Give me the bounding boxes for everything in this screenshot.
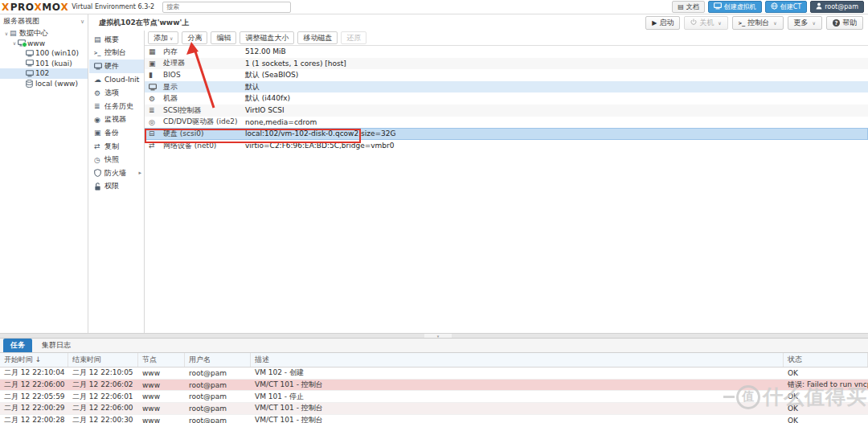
task-cell: www	[138, 392, 185, 400]
column-header-1[interactable]: 结束时间	[68, 353, 138, 367]
menu-item-概要[interactable]: ▤概要	[89, 33, 144, 47]
column-header-2[interactable]: 节点	[138, 353, 185, 367]
task-row[interactable]: 二月 12 22:00:29二月 12 22:06:00wwwroot@pamV…	[0, 403, 868, 415]
book-icon: ▤	[94, 35, 104, 43]
编辑-button[interactable]: 编辑	[211, 31, 236, 44]
column-header-0[interactable]: 开始时间 ↓	[0, 353, 68, 367]
hardware-toolbar: 添加∨分离编辑调整磁盘大小移动磁盘还原	[145, 31, 868, 46]
cdrom-icon: ◎	[149, 118, 163, 126]
view-selector-label: 服务器视图	[3, 16, 39, 27]
hardware-row[interactable]: ≣SCSI控制器VirtIO SCSI	[145, 105, 868, 117]
globe-icon	[771, 2, 778, 11]
button-label: 编辑	[216, 33, 231, 43]
scsi-icon: ≣	[149, 106, 163, 114]
menu-item-备份[interactable]: ▣备份	[89, 126, 144, 140]
task-row[interactable]: 二月 12 22:05:59二月 12 22:06:01wwwroot@pamV…	[0, 391, 868, 403]
splitter-handle-icon[interactable]: ▾	[424, 334, 452, 338]
调整磁盘大小-button[interactable]: 调整磁盘大小	[240, 31, 294, 44]
控制台-button[interactable]: >_控制台∨	[732, 16, 784, 30]
task-cell: VM 102 - 创建	[251, 368, 784, 378]
search-input[interactable]	[162, 2, 291, 13]
移动磁盘-button[interactable]: 移动磁盘	[297, 31, 338, 44]
clock-icon: ◷	[94, 156, 104, 164]
hardware-row-value: 默认 (SeaBIOS)	[245, 70, 868, 80]
menu-item-硬件[interactable]: 硬件	[89, 60, 144, 73]
arrows-icon: ⇄	[94, 142, 104, 150]
tree-item-local-www-[interactable]: local (www)	[0, 79, 88, 89]
create-ct-button[interactable]: 创建CT	[765, 1, 807, 13]
storage-icon	[26, 80, 35, 88]
view-selector[interactable]: 服务器视图 ∨	[0, 14, 88, 28]
menu-item-label: 选项	[104, 88, 119, 98]
shield-icon	[94, 169, 104, 177]
task-row[interactable]: 二月 12 22:06:00二月 12 22:06:02wwwroot@pamV…	[0, 380, 868, 392]
tree-item-102[interactable]: 102	[0, 68, 88, 79]
resource-tree-panel: 服务器视图 ∨ ∨▤数据中心∨www100 (win10)101 (kuai)1…	[0, 14, 88, 333]
menu-item-任务历史[interactable]: ≣任务历史	[89, 100, 144, 113]
添加-button[interactable]: 添加∨	[148, 31, 178, 44]
menu-item-监视器[interactable]: ◉监视器	[89, 113, 144, 127]
menu-item-label: 控制台	[104, 47, 126, 58]
tree-item-101-kuai-[interactable]: 101 (kuai)	[0, 59, 88, 69]
chevron-down-icon: ∨	[170, 35, 173, 41]
task-row[interactable]: 二月 12 22:10:04二月 12 22:10:05wwwroot@pamV…	[0, 368, 868, 380]
column-header-3[interactable]: 用户名	[185, 353, 251, 367]
power-icon	[690, 18, 697, 27]
chevron-down-icon: ∨	[718, 20, 721, 26]
menu-item-快照[interactable]: ◷快照	[89, 153, 144, 166]
menu-item-复制[interactable]: ⇄复制	[89, 140, 144, 154]
create-vm-button[interactable]: 创建虚拟机	[708, 1, 762, 13]
memory-icon: ▦	[149, 47, 163, 55]
task-row[interactable]: 二月 12 22:00:28二月 12 22:00:30wwwroot@pamV…	[0, 415, 868, 423]
hardware-row-value: none,media=cdrom	[245, 118, 868, 126]
floppy-icon: ▣	[94, 129, 104, 137]
hardware-row[interactable]: ▮BIOS默认 (SeaBIOS)	[145, 69, 868, 81]
hardware-row[interactable]: ▦内存512.00 MiB	[145, 46, 868, 58]
task-cell: 二月 12 22:10:04	[0, 368, 68, 378]
hardware-row[interactable]: 显示默认	[145, 81, 868, 93]
help-icon: ?	[833, 18, 840, 27]
帮助-button[interactable]: ?帮助	[826, 16, 863, 30]
task-cell: root@pam	[185, 405, 251, 413]
关机-button[interactable]: 关机∨	[684, 16, 727, 30]
hardware-row[interactable]: ▣处理器1 (1 sockets, 1 cores) [host]	[145, 58, 868, 70]
tree-item--[interactable]: ∨▤数据中心	[0, 28, 88, 39]
hardware-row-value: local:102/vm-102-disk-0.qcow2,size=32G	[245, 129, 868, 138]
button-label: 启动	[659, 18, 674, 28]
task-cell: root@pam	[185, 369, 251, 377]
menu-item-cloud-init[interactable]: ☁Cloud-Init	[89, 73, 144, 87]
hardware-row-label: SCSI控制器	[163, 105, 245, 116]
menu-item-权限[interactable]: 权限	[89, 180, 144, 194]
tree-item-100-win10-[interactable]: 100 (win10)	[0, 48, 88, 59]
hardware-row[interactable]: ⇄网络设备 (net0)virtio=C2:F6:96:EA:BD:5C,bri…	[145, 140, 868, 152]
task-cell: OK	[784, 369, 868, 377]
tab-任务[interactable]: 任务	[3, 339, 32, 352]
menu-item-控制台[interactable]: >_控制台	[89, 47, 144, 60]
启动-button[interactable]: ▶启动	[645, 16, 680, 30]
task-cell: root@pam	[185, 417, 251, 423]
menu-item-label: 快照	[104, 154, 119, 165]
chevron-down-icon: ∨	[80, 18, 84, 25]
column-header-4[interactable]: 描述	[251, 353, 784, 367]
hardware-row[interactable]: ⚙机器默认 (i440fx)	[145, 92, 868, 105]
task-table-header: 开始时间 ↓结束时间节点用户名描述状态	[0, 353, 868, 368]
更多-button[interactable]: 更多∨	[788, 16, 822, 30]
tab-集群日志[interactable]: 集群日志	[35, 339, 78, 352]
terminal-icon: >_	[94, 50, 104, 56]
key-icon	[94, 183, 104, 191]
分离-button[interactable]: 分离	[182, 31, 207, 44]
cloud-icon: ☁	[94, 76, 104, 84]
hardware-table: ▦内存512.00 MiB▣处理器1 (1 sockets, 1 cores) …	[145, 46, 868, 151]
hardware-row[interactable]: ◎CD/DVD驱动器 (ide2)none,media=cdrom	[145, 117, 868, 129]
documentation-button[interactable]: ▤文档	[672, 1, 705, 13]
hardware-row[interactable]: ⊟硬盘 (scsi0)local:102/vm-102-disk-0.qcow2…	[145, 128, 868, 140]
proxmox-logo-icon: X	[2, 2, 10, 13]
panel-splitter[interactable]: ▾	[0, 333, 868, 339]
tree-item-www[interactable]: ∨www	[0, 39, 88, 49]
还原-button[interactable]: 还原	[341, 31, 366, 44]
menu-item-防火墙[interactable]: 防火墙▸	[89, 166, 144, 180]
user-menu-button[interactable]: root@pam	[810, 1, 864, 13]
column-header-5[interactable]: 状态	[784, 353, 868, 367]
menu-item-选项[interactable]: ⚙选项	[89, 86, 144, 100]
task-cell: www	[138, 405, 185, 413]
